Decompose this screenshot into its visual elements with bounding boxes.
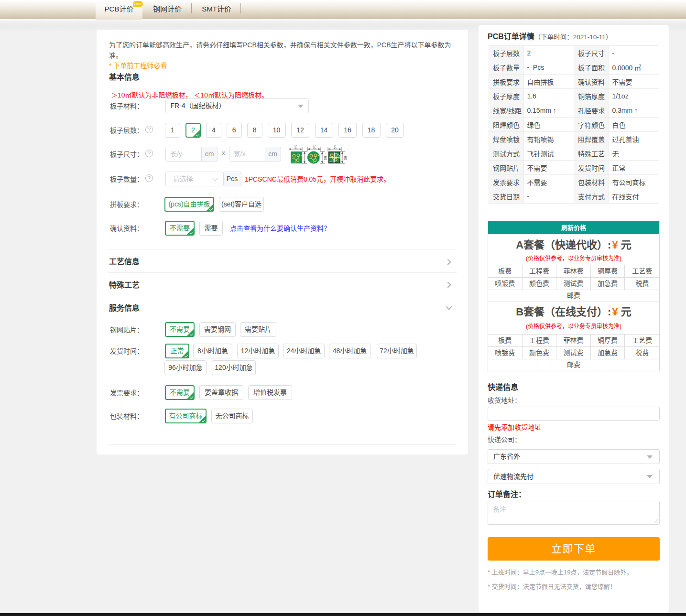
svg-text:长: 长 xyxy=(294,145,297,149)
svg-text:长: 长 xyxy=(313,145,316,149)
svg-text:宽: 宽 xyxy=(324,156,327,160)
svg-text:宽: 宽 xyxy=(344,156,347,160)
svg-text:长: 长 xyxy=(333,145,337,149)
